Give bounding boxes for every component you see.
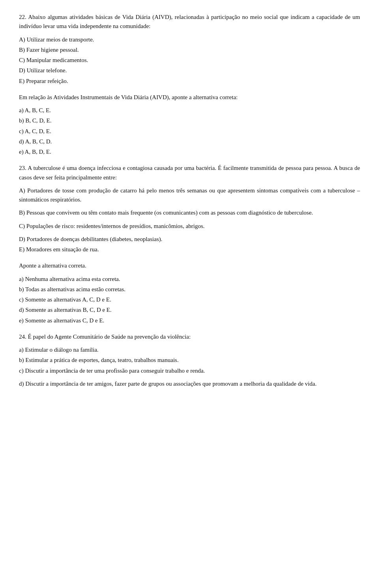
q23-opt-e: e) Somente as alternativas C, D e E. (19, 316, 360, 325)
q23-opt-c: c) Somente as alternativas A, C, D e E. (19, 295, 360, 304)
q24-opt-c: c) Discutir a importância de ter uma pro… (19, 366, 360, 375)
q23-opt-a: a) Nenhuma alternativa acima esta corret… (19, 275, 360, 284)
q23-item-d: D) Portadores de doenças debilitantes (d… (19, 235, 360, 244)
q23-items: A) Portadores de tosse com produção de c… (19, 186, 360, 254)
q22-opt-d: d) A, B, C, D. (19, 137, 360, 146)
q22-opt-e: e) A, B, D, E. (19, 147, 360, 156)
q22-opt-a: a) A, B, C, E. (19, 106, 360, 115)
q22-items: A) Utilizar meios de transporte. B) Faze… (19, 35, 360, 86)
q23-item-c: C) Populações de risco: residentes/inter… (19, 222, 360, 231)
q22-opt-b: b) B, C, D, E. (19, 116, 360, 125)
q23-item-b: B) Pessoas que convivem ou têm contato m… (19, 208, 360, 217)
q23-item-a: A) Portadores de tosse com produção de c… (19, 186, 360, 205)
q22-question-text: Em relação às Atividades Instrumentais d… (19, 93, 360, 102)
q23-question-text: Aponte a alternativa correta. (19, 261, 360, 270)
q22-item-d: D) Utilizar telefone. (19, 66, 360, 75)
main-content: 22. Abaixo algumas atividades básicas de… (19, 13, 360, 388)
q22-opt-c: c) A, C, D, E. (19, 127, 360, 136)
q22-item-e: E) Preparar refeição. (19, 77, 360, 86)
q22-item-b: B) Fazer higiene pessoal. (19, 45, 360, 55)
q22-options: a) A, B, C, E. b) B, C, D, E. c) A, C, D… (19, 106, 360, 156)
q24-opt-d: d) Discutir a importância de ter amigos,… (19, 379, 360, 388)
q24-intro-text: 24. É papel do Agente Comunitário de Saú… (19, 332, 360, 341)
q24-opt-b: b) Estimular a prática de esportes, danç… (19, 356, 360, 365)
q23-opt-d: d) Somente as alternativas B, C, D e E. (19, 305, 360, 315)
q23-intro-text: 23. A tuberculose é uma doença infeccios… (19, 164, 360, 182)
q22-item-a: A) Utilizar meios de transporte. (19, 35, 360, 44)
q22-intro-text: 22. Abaixo algumas atividades básicas de… (19, 13, 360, 31)
q24-options: a) Estimular o diálogo na família. b) Es… (19, 345, 360, 388)
q24-opt-a: a) Estimular o diálogo na família. (19, 345, 360, 354)
q23-options: a) Nenhuma alternativa acima esta corret… (19, 275, 360, 325)
q22-item-c: C) Manipular medicamentos. (19, 56, 360, 65)
q23-item-e: E) Moradores em situação de rua. (19, 245, 360, 254)
q23-opt-b: b) Todas as alternativas acima estão cor… (19, 285, 360, 294)
